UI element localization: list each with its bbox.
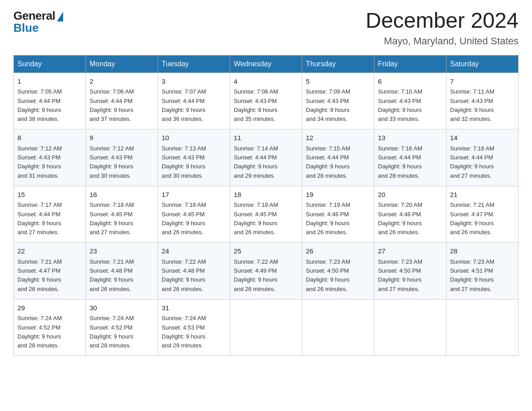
day-info: Sunrise: 7:12 AMSunset: 4:43 PMDaylight:… xyxy=(17,145,62,179)
calendar-cell: 3Sunrise: 7:07 AMSunset: 4:44 PMDaylight… xyxy=(158,73,230,129)
day-number: 19 xyxy=(306,190,370,200)
calendar-cell: 9Sunrise: 7:12 AMSunset: 4:43 PMDaylight… xyxy=(86,129,158,186)
day-number: 25 xyxy=(234,246,298,257)
day-number: 20 xyxy=(378,190,442,200)
header-tuesday: Tuesday xyxy=(158,55,230,73)
header-sunday: Sunday xyxy=(14,55,86,73)
day-info: Sunrise: 7:10 AMSunset: 4:43 PMDaylight:… xyxy=(378,88,422,122)
day-info: Sunrise: 7:06 AMSunset: 4:44 PMDaylight:… xyxy=(90,88,134,122)
logo-triangle-icon xyxy=(57,12,63,21)
title-area: December 2024 Mayo, Maryland, United Sta… xyxy=(365,9,519,47)
month-title: December 2024 xyxy=(365,9,519,33)
day-number: 16 xyxy=(90,190,154,200)
day-info: Sunrise: 7:20 AMSunset: 4:46 PMDaylight:… xyxy=(378,201,422,235)
day-number: 21 xyxy=(450,190,515,200)
header-saturday: Saturday xyxy=(446,55,519,73)
logo-blue-text: Blue xyxy=(13,21,39,35)
calendar-week-row: 8Sunrise: 7:12 AMSunset: 4:43 PMDaylight… xyxy=(14,129,519,186)
calendar-week-row: 22Sunrise: 7:21 AMSunset: 4:47 PMDayligh… xyxy=(14,243,519,300)
day-info: Sunrise: 7:08 AMSunset: 4:43 PMDaylight:… xyxy=(234,88,278,122)
calendar-table: SundayMondayTuesdayWednesdayThursdayFrid… xyxy=(13,55,519,356)
calendar-cell: 31Sunrise: 7:24 AMSunset: 4:53 PMDayligh… xyxy=(158,299,230,356)
calendar-cell xyxy=(446,299,519,356)
calendar-week-row: 1Sunrise: 7:05 AMSunset: 4:44 PMDaylight… xyxy=(14,73,519,129)
day-number: 15 xyxy=(17,190,82,200)
calendar-cell: 24Sunrise: 7:22 AMSunset: 4:48 PMDayligh… xyxy=(158,243,230,300)
calendar-cell: 17Sunrise: 7:18 AMSunset: 4:45 PMDayligh… xyxy=(158,186,230,243)
day-info: Sunrise: 7:11 AMSunset: 4:43 PMDaylight:… xyxy=(450,88,494,122)
day-info: Sunrise: 7:07 AMSunset: 4:44 PMDaylight:… xyxy=(162,88,206,122)
day-info: Sunrise: 7:05 AMSunset: 4:44 PMDaylight:… xyxy=(17,88,62,122)
day-number: 4 xyxy=(234,77,298,87)
calendar-cell: 10Sunrise: 7:13 AMSunset: 4:43 PMDayligh… xyxy=(158,129,230,186)
day-number: 8 xyxy=(17,133,82,143)
day-number: 5 xyxy=(306,77,370,87)
day-info: Sunrise: 7:23 AMSunset: 4:51 PMDaylight:… xyxy=(450,258,494,292)
header-wednesday: Wednesday xyxy=(230,55,302,73)
day-number: 27 xyxy=(378,246,442,257)
day-info: Sunrise: 7:21 AMSunset: 4:47 PMDaylight:… xyxy=(17,258,62,292)
day-number: 29 xyxy=(17,303,82,313)
calendar-cell: 7Sunrise: 7:11 AMSunset: 4:43 PMDaylight… xyxy=(446,73,519,129)
calendar-cell: 15Sunrise: 7:17 AMSunset: 4:44 PMDayligh… xyxy=(14,186,86,243)
day-number: 30 xyxy=(90,303,154,313)
calendar-cell: 8Sunrise: 7:12 AMSunset: 4:43 PMDaylight… xyxy=(14,129,86,186)
day-info: Sunrise: 7:09 AMSunset: 4:43 PMDaylight:… xyxy=(306,88,350,122)
calendar-cell: 12Sunrise: 7:15 AMSunset: 4:44 PMDayligh… xyxy=(302,129,374,186)
day-info: Sunrise: 7:22 AMSunset: 4:49 PMDaylight:… xyxy=(234,258,278,292)
day-info: Sunrise: 7:17 AMSunset: 4:44 PMDaylight:… xyxy=(17,201,62,235)
day-info: Sunrise: 7:23 AMSunset: 4:50 PMDaylight:… xyxy=(378,258,422,292)
day-number: 31 xyxy=(162,303,226,313)
location-title: Mayo, Maryland, United States xyxy=(365,35,519,47)
day-info: Sunrise: 7:21 AMSunset: 4:48 PMDaylight:… xyxy=(90,258,134,292)
calendar-cell xyxy=(302,299,374,356)
calendar-cell: 1Sunrise: 7:05 AMSunset: 4:44 PMDaylight… xyxy=(14,73,86,129)
calendar-cell: 11Sunrise: 7:14 AMSunset: 4:44 PMDayligh… xyxy=(230,129,302,186)
day-info: Sunrise: 7:23 AMSunset: 4:50 PMDaylight:… xyxy=(306,258,350,292)
calendar-cell: 30Sunrise: 7:24 AMSunset: 4:52 PMDayligh… xyxy=(86,299,158,356)
day-number: 10 xyxy=(162,133,226,143)
day-info: Sunrise: 7:16 AMSunset: 4:44 PMDaylight:… xyxy=(378,145,422,179)
calendar-header-row: SundayMondayTuesdayWednesdayThursdayFrid… xyxy=(14,55,519,73)
day-info: Sunrise: 7:22 AMSunset: 4:48 PMDaylight:… xyxy=(162,258,206,292)
day-info: Sunrise: 7:16 AMSunset: 4:44 PMDaylight:… xyxy=(450,145,494,179)
day-info: Sunrise: 7:24 AMSunset: 4:52 PMDaylight:… xyxy=(90,315,134,349)
calendar-cell: 18Sunrise: 7:19 AMSunset: 4:45 PMDayligh… xyxy=(230,186,302,243)
calendar-cell xyxy=(230,299,302,356)
day-number: 1 xyxy=(17,77,82,87)
day-number: 23 xyxy=(90,246,154,257)
day-number: 22 xyxy=(17,246,82,257)
day-number: 3 xyxy=(162,77,226,87)
calendar-cell: 4Sunrise: 7:08 AMSunset: 4:43 PMDaylight… xyxy=(230,73,302,129)
header-thursday: Thursday xyxy=(302,55,374,73)
calendar-cell: 28Sunrise: 7:23 AMSunset: 4:51 PMDayligh… xyxy=(446,243,519,300)
day-number: 11 xyxy=(234,133,298,143)
calendar-cell: 20Sunrise: 7:20 AMSunset: 4:46 PMDayligh… xyxy=(374,186,446,243)
calendar-cell: 19Sunrise: 7:19 AMSunset: 4:46 PMDayligh… xyxy=(302,186,374,243)
day-number: 18 xyxy=(234,190,298,200)
calendar-cell: 13Sunrise: 7:16 AMSunset: 4:44 PMDayligh… xyxy=(374,129,446,186)
calendar-cell xyxy=(374,299,446,356)
day-info: Sunrise: 7:18 AMSunset: 4:45 PMDaylight:… xyxy=(162,201,206,235)
calendar-cell: 21Sunrise: 7:21 AMSunset: 4:47 PMDayligh… xyxy=(446,186,519,243)
day-number: 12 xyxy=(306,133,370,143)
day-info: Sunrise: 7:21 AMSunset: 4:47 PMDaylight:… xyxy=(450,201,494,235)
calendar-cell: 2Sunrise: 7:06 AMSunset: 4:44 PMDaylight… xyxy=(86,73,158,129)
calendar-cell: 22Sunrise: 7:21 AMSunset: 4:47 PMDayligh… xyxy=(14,243,86,300)
calendar-week-row: 29Sunrise: 7:24 AMSunset: 4:52 PMDayligh… xyxy=(14,299,519,356)
calendar-cell: 25Sunrise: 7:22 AMSunset: 4:49 PMDayligh… xyxy=(230,243,302,300)
calendar-cell: 6Sunrise: 7:10 AMSunset: 4:43 PMDaylight… xyxy=(374,73,446,129)
day-info: Sunrise: 7:18 AMSunset: 4:45 PMDaylight:… xyxy=(90,201,134,235)
day-number: 2 xyxy=(90,77,154,87)
calendar-week-row: 15Sunrise: 7:17 AMSunset: 4:44 PMDayligh… xyxy=(14,186,519,243)
day-number: 28 xyxy=(450,246,515,257)
day-info: Sunrise: 7:19 AMSunset: 4:46 PMDaylight:… xyxy=(306,201,350,235)
calendar-cell: 16Sunrise: 7:18 AMSunset: 4:45 PMDayligh… xyxy=(86,186,158,243)
day-number: 26 xyxy=(306,246,370,257)
day-number: 9 xyxy=(90,133,154,143)
header-monday: Monday xyxy=(86,55,158,73)
day-number: 13 xyxy=(378,133,442,143)
header-friday: Friday xyxy=(374,55,446,73)
day-number: 6 xyxy=(378,77,442,87)
day-info: Sunrise: 7:13 AMSunset: 4:43 PMDaylight:… xyxy=(162,145,206,179)
